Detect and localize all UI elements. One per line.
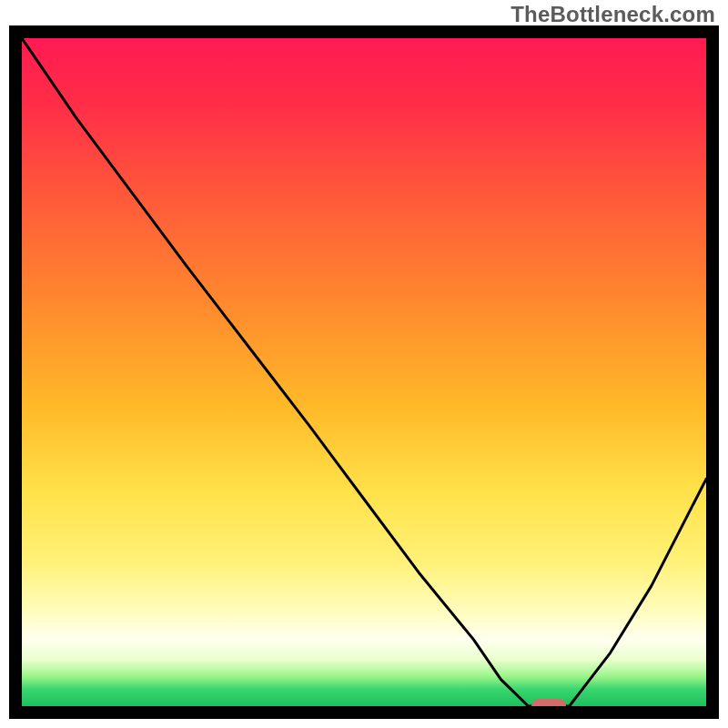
sweet-spot-marker <box>531 699 566 706</box>
plot-area <box>22 38 706 706</box>
heatmap-gradient <box>22 38 706 706</box>
chart-page: TheBottleneck.com <box>0 0 728 728</box>
watermark-text: TheBottleneck.com <box>511 2 715 27</box>
